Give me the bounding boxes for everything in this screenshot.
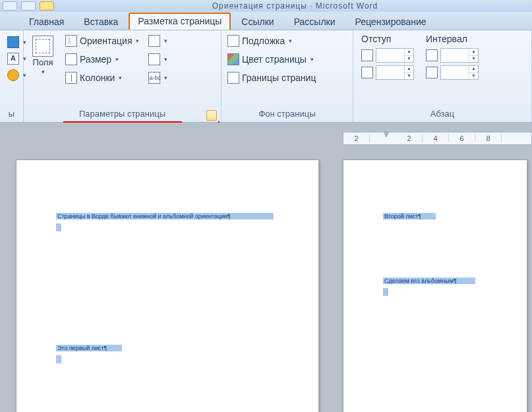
margins-button[interactable]: Поля ▾ xyxy=(26,32,59,109)
chevron-down-icon: ▾ xyxy=(115,56,119,63)
page-color-button[interactable]: Цвет страницы ▾ xyxy=(224,51,319,68)
page-setup-group-label: Параметры страницы xyxy=(26,109,218,122)
line-numbers-button[interactable]: ▾ xyxy=(145,51,171,68)
chevron-down-icon: ▾ xyxy=(42,69,45,75)
text-run[interactable]: Второй лист¶ xyxy=(383,213,436,220)
indent-right-icon xyxy=(361,67,373,78)
indent-label: Отступ xyxy=(361,34,414,44)
hyphenation-icon: a-bc xyxy=(148,72,160,84)
size-button[interactable]: Размер ▾ xyxy=(62,51,142,68)
ribbon-tabs: Главная Вставка Разметка страницы Ссылки… xyxy=(0,12,532,30)
spacing-label: Интервал xyxy=(426,34,479,44)
page-1[interactable]: Страницы в Ворде бывают книжной и альбом… xyxy=(16,160,319,412)
spacing-before-input[interactable]: ▲▼ xyxy=(440,48,479,63)
paragraph-mark xyxy=(56,355,61,363)
columns-button[interactable]: Колонки ▾ xyxy=(62,69,142,86)
tab-review[interactable]: Рецензирование xyxy=(346,13,436,30)
watermark-icon xyxy=(227,35,239,47)
margins-icon xyxy=(32,36,53,57)
horizontal-ruler[interactable]: 2 2 4 6 8 xyxy=(343,132,532,145)
chevron-down-icon: ▾ xyxy=(164,74,167,81)
spin-up-icon[interactable]: ▲ xyxy=(404,66,413,73)
themes-group-label: ы xyxy=(3,109,20,122)
chevron-down-icon: ▾ xyxy=(310,56,314,63)
ribbon: ▾ А▾ ▾ ы Поля ▾ Ориентация ▾ xyxy=(0,30,532,123)
font-a-icon: А xyxy=(7,53,19,65)
breaks-button[interactable]: ▾ xyxy=(145,32,171,49)
qat-save-icon[interactable] xyxy=(3,1,17,11)
spacing-after-input[interactable]: ▲▼ xyxy=(440,65,479,80)
window-title: Ориентация страницы · Microsoft Word xyxy=(58,1,532,11)
page-color-icon xyxy=(227,53,239,65)
page-setup-launcher[interactable] xyxy=(206,110,217,121)
line-numbers-icon xyxy=(148,53,160,65)
qat-undo-icon[interactable] xyxy=(21,1,36,11)
spin-down-icon[interactable]: ▼ xyxy=(469,73,478,80)
paragraph-mark xyxy=(383,288,388,296)
text-run[interactable]: Сделаем его альбомным¶ xyxy=(383,278,475,284)
spin-up-icon[interactable]: ▲ xyxy=(469,49,478,56)
indent-left-input[interactable]: ▲▼ xyxy=(376,48,414,63)
chevron-down-icon: ▾ xyxy=(289,38,292,44)
qat-redo-icon[interactable] xyxy=(40,1,54,11)
indent-left-icon xyxy=(361,49,373,61)
tab-insert[interactable]: Вставка xyxy=(74,13,127,30)
text-run[interactable]: Страницы в Ворде бывают книжной и альбом… xyxy=(56,213,274,220)
shape-icon xyxy=(7,36,19,48)
tab-home[interactable]: Главная xyxy=(20,13,73,30)
breaks-icon xyxy=(148,35,160,47)
title-bar: Ориентация страницы · Microsoft Word xyxy=(0,0,532,12)
spin-up-icon[interactable]: ▲ xyxy=(404,49,413,56)
chevron-down-icon: ▾ xyxy=(164,38,167,44)
tab-mailings[interactable]: Рассылки xyxy=(285,13,345,30)
paragraph-group-label: Абзац xyxy=(356,109,529,122)
tab-page-layout[interactable]: Разметка страницы xyxy=(129,13,231,30)
page-borders-icon xyxy=(227,72,239,84)
columns-icon xyxy=(65,72,77,84)
chevron-down-icon: ▾ xyxy=(136,38,139,44)
orientation-icon xyxy=(65,35,77,47)
document-area[interactable]: 2 2 4 6 8 Страницы в Ворде бывают книжно… xyxy=(0,123,532,412)
effects-icon xyxy=(7,69,19,81)
spin-up-icon[interactable]: ▲ xyxy=(469,66,478,73)
chevron-down-icon: ▾ xyxy=(164,56,167,63)
hyphenation-button[interactable]: a-bc ▾ xyxy=(145,69,171,86)
ruler-indent-marker[interactable] xyxy=(383,131,390,138)
page-background-group-label: Фон страницы xyxy=(224,109,350,122)
spacing-before-icon xyxy=(426,49,438,61)
indent-right-input[interactable]: ▲▼ xyxy=(376,65,414,80)
watermark-button[interactable]: Подложка ▾ xyxy=(224,32,319,49)
spacing-after-icon xyxy=(426,67,438,78)
page-2[interactable]: Второй лист¶ Сделаем его альбомным¶ xyxy=(343,160,527,412)
chevron-down-icon: ▾ xyxy=(119,74,122,81)
page-borders-button[interactable]: Границы страниц xyxy=(224,69,319,86)
paragraph-mark xyxy=(56,223,61,231)
size-icon xyxy=(65,53,77,65)
tab-references[interactable]: Ссылки xyxy=(232,13,283,30)
spin-down-icon[interactable]: ▼ xyxy=(404,73,413,80)
spin-down-icon[interactable]: ▼ xyxy=(404,56,413,63)
orientation-button[interactable]: Ориентация ▾ xyxy=(62,32,142,49)
spin-down-icon[interactable]: ▼ xyxy=(469,56,478,63)
text-run[interactable]: Это первый лист¶ xyxy=(56,345,122,351)
